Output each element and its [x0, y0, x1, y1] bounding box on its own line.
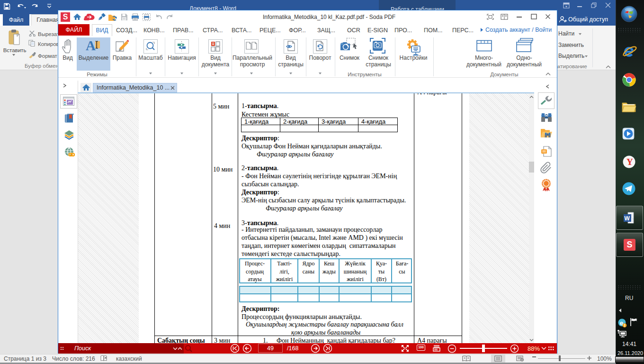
svg-text:Y: Y — [626, 157, 633, 167]
svg-text:W: W — [625, 215, 630, 222]
